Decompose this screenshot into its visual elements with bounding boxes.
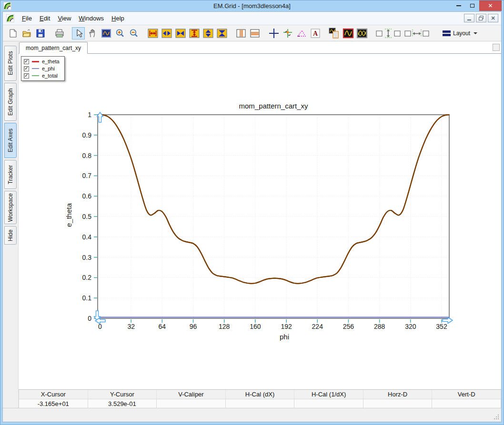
- layout-icon: [443, 30, 451, 36]
- space-vertical-icon: [375, 28, 401, 39]
- side-tab-strip: Edit Plots Edit Graph Edit Axes Tracker …: [3, 41, 19, 408]
- minimize-button[interactable]: [452, 0, 465, 11]
- resize-grip[interactable]: [494, 414, 499, 419]
- menu-windows[interactable]: Windows: [75, 13, 108, 24]
- app-window: EM.Grid - [mom3dlesson4a] ✕ File Edit Vi…: [0, 0, 504, 425]
- legend-panel[interactable]: ✓ e_theta ✓ e_phi ✓ e_total: [21, 56, 65, 81]
- svg-text:1: 1: [88, 111, 91, 119]
- menu-help[interactable]: Help: [108, 13, 128, 24]
- scale-x-button[interactable]: [160, 27, 173, 40]
- readout-col-vert-d: Vert-D: [432, 390, 501, 399]
- layout-dropdown[interactable]: Layout: [439, 29, 481, 38]
- side-tab-workspace[interactable]: Workspace: [4, 191, 17, 224]
- close-button[interactable]: ✕: [479, 0, 502, 11]
- data-series: [100, 115, 449, 317]
- svg-text:0.4: 0.4: [82, 233, 92, 241]
- svg-text:96: 96: [190, 323, 197, 330]
- new-icon: [8, 29, 18, 38]
- expand-x-icon: [148, 29, 158, 38]
- menu-edit[interactable]: Edit: [36, 13, 54, 24]
- crosshair-button[interactable]: [267, 27, 280, 40]
- maximize-icon: [470, 4, 474, 8]
- legend-item-e-total: ✓ e_total: [24, 73, 60, 79]
- caliper-button[interactable]: [295, 27, 308, 40]
- space-horizontal-button[interactable]: [403, 27, 431, 40]
- layout-label: Layout: [453, 30, 470, 37]
- scale-y-button[interactable]: [202, 27, 214, 40]
- minimize-icon: [456, 5, 461, 6]
- compress-x-button[interactable]: [174, 27, 187, 40]
- print-button[interactable]: [53, 27, 66, 40]
- side-tab-hide[interactable]: Hide: [4, 226, 17, 245]
- mdi-app-logo-icon: [6, 14, 14, 22]
- new-button[interactable]: [6, 27, 19, 40]
- readout-value-h-cal-dx: [226, 399, 295, 408]
- readout-value-h-cal-1dx: [294, 399, 363, 408]
- pan-hand-icon: [88, 29, 97, 38]
- select-tool-button[interactable]: [72, 27, 85, 40]
- plot-report-icon: [329, 28, 340, 39]
- svg-text:32: 32: [127, 323, 135, 330]
- readout-header-row: X-Cursor Y-Cursor V-Caliper H-Cal (dX) H…: [19, 390, 501, 399]
- close-icon: ✕: [488, 2, 493, 9]
- plot-report-button[interactable]: [328, 27, 341, 40]
- single-trace-button[interactable]: [342, 27, 354, 40]
- zoom-out-button[interactable]: [127, 27, 140, 40]
- horizontal-grid-button[interactable]: [248, 27, 261, 40]
- menu-file[interactable]: File: [18, 13, 36, 24]
- legend-item-e-theta: ✓ e_theta: [24, 59, 60, 64]
- readout-col-horz-d: Horz-D: [363, 390, 433, 399]
- menu-bar: File Edit View Windows Help ✕: [3, 12, 501, 25]
- svg-text:160: 160: [250, 323, 261, 330]
- vertical-grid-icon: [236, 29, 246, 38]
- tracker-button[interactable]: [281, 27, 294, 40]
- pan-tool-button[interactable]: [86, 27, 99, 40]
- crosshair-icon: [269, 28, 279, 39]
- maximize-button[interactable]: [465, 0, 479, 11]
- status-bar: [3, 408, 501, 422]
- readout-value-x-cursor: -3.165e+01: [19, 399, 88, 408]
- svg-text:64: 64: [159, 323, 166, 330]
- legend-swatch-e-phi: [32, 68, 39, 69]
- svg-text:0.7: 0.7: [82, 172, 92, 179]
- svg-text:A: A: [312, 30, 318, 37]
- svg-text:0.1: 0.1: [82, 294, 92, 302]
- save-button[interactable]: [34, 27, 47, 40]
- legend-checkbox-e-theta[interactable]: ✓: [24, 59, 29, 64]
- toolbar: A: [3, 25, 501, 41]
- menu-view[interactable]: View: [54, 13, 75, 24]
- zoom-in-button[interactable]: [113, 27, 126, 40]
- tab-scroll-button[interactable]: [493, 44, 500, 51]
- title-bar: EM.Grid - [mom3dlesson4a] ✕: [0, 0, 504, 11]
- vertical-grid-button[interactable]: [234, 27, 247, 40]
- document-tab[interactable]: mom_pattern_cart_xy: [19, 42, 88, 54]
- side-tab-edit-axes[interactable]: Edit Axes: [4, 123, 17, 158]
- side-tab-edit-plots[interactable]: Edit Plots: [4, 46, 17, 81]
- zoom-window-button[interactable]: [100, 27, 112, 40]
- side-tab-edit-graph[interactable]: Edit Graph: [4, 83, 17, 121]
- expand-y-icon: [189, 29, 200, 38]
- legend-checkbox-e-total[interactable]: ✓: [24, 73, 29, 79]
- readout-value-vert-d: [432, 399, 501, 408]
- save-icon: [36, 29, 45, 38]
- svg-text:0.9: 0.9: [82, 131, 92, 139]
- text-annotation-button[interactable]: A: [309, 27, 322, 40]
- compress-y-button[interactable]: [215, 27, 228, 40]
- print-icon: [54, 29, 65, 38]
- mdi-minimize-button[interactable]: [464, 14, 474, 22]
- chevron-down-icon: [474, 32, 477, 34]
- mdi-restore-button[interactable]: [476, 14, 486, 22]
- legend-checkbox-e-phi[interactable]: ✓: [24, 66, 29, 71]
- expand-x-button[interactable]: [146, 27, 159, 40]
- mdi-restore-icon: [479, 16, 484, 20]
- space-vertical-button[interactable]: [374, 27, 402, 40]
- side-tab-tracker[interactable]: Tracker: [4, 160, 17, 189]
- open-button[interactable]: [20, 27, 33, 40]
- plot-area: ✓ e_theta ✓ e_phi ✓ e_total: [19, 54, 501, 389]
- multi-trace-button[interactable]: [355, 27, 368, 40]
- legend-label-e-total: e_total: [42, 73, 58, 79]
- expand-y-button[interactable]: [188, 27, 201, 40]
- svg-text:0.2: 0.2: [82, 274, 92, 281]
- plot-canvas[interactable]: mom_pattern_cart_xy 03264961281601922242…: [64, 99, 459, 344]
- mdi-close-button[interactable]: ✕: [488, 14, 498, 22]
